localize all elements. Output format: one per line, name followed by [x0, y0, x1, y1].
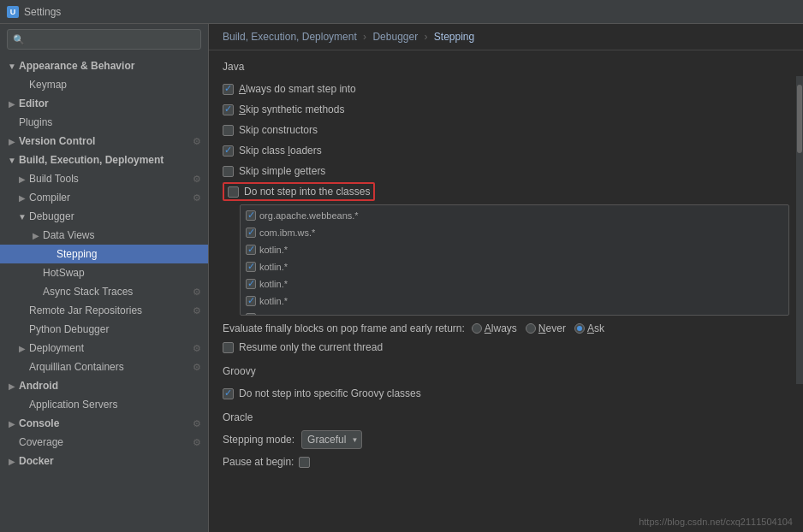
radio-ask[interactable]: Ask — [574, 322, 604, 334]
class-checkbox[interactable] — [246, 296, 256, 306]
sidebar-item-plugins[interactable]: Plugins — [0, 113, 208, 132]
class-checkbox[interactable] — [246, 262, 256, 272]
scrollbar-thumb[interactable] — [797, 85, 802, 153]
sidebar-item-build-execution[interactable]: ▼ Build, Execution, Deployment — [0, 151, 208, 169]
sidebar-tree: ▼ Appearance & Behavior Keymap ▶ Editor … — [0, 55, 208, 532]
sidebar-item-label: Arquillian Containers — [29, 361, 124, 373]
radio-always-input[interactable] — [472, 323, 482, 334]
class-loaders-label[interactable]: Skip class loaders — [239, 145, 322, 157]
sidebar-item-coverage[interactable]: Coverage ⚙ — [0, 433, 208, 452]
arrow-icon: ▶ — [17, 174, 27, 184]
list-item: kotlin.* — [241, 241, 788, 258]
sidebar-item-debugger[interactable]: ▼ Debugger — [0, 207, 208, 226]
class-checkbox[interactable] — [246, 228, 256, 238]
smart-step-row: Always do smart step into — [223, 80, 789, 98]
class-loaders-checkbox[interactable] — [223, 145, 234, 157]
sidebar-item-app-servers[interactable]: Application Servers — [0, 395, 208, 414]
synthetic-label[interactable]: Skip synthetic methods — [239, 103, 344, 115]
scrollbar-track[interactable] — [796, 76, 803, 384]
pause-label: Pause at begin: — [223, 456, 294, 468]
constructors-checkbox[interactable] — [223, 125, 234, 136]
class-checkbox[interactable] — [246, 279, 256, 289]
class-label[interactable]: org.apache.webbeans.* — [259, 210, 359, 221]
groovy-checkbox[interactable] — [223, 388, 234, 399]
smart-step-checkbox[interactable] — [223, 84, 234, 95]
sidebar-item-label: Compiler — [29, 192, 70, 204]
do-not-step-checkbox[interactable] — [228, 186, 239, 198]
constructors-label[interactable]: Skip constructors — [239, 124, 318, 136]
radio-always[interactable]: Always — [472, 322, 517, 334]
sidebar-item-python-debugger[interactable]: Python Debugger — [0, 320, 208, 339]
title-bar-text: Settings — [24, 6, 61, 18]
simple-getters-checkbox[interactable] — [223, 166, 234, 177]
radio-group: Always Never Ask — [472, 322, 604, 334]
breadcrumb-part3: Stepping — [434, 31, 474, 43]
sidebar-item-remote-jar[interactable]: Remote Jar Repositories ⚙ — [0, 301, 208, 320]
class-label[interactable]: kotlin.* — [259, 313, 288, 316]
evaluate-row: Evaluate finally blocks on pop frame and… — [223, 322, 789, 334]
class-label[interactable]: kotlin.* — [259, 279, 288, 289]
stepping-mode-label: Stepping mode: — [223, 434, 294, 446]
sidebar-item-arquillian[interactable]: Arquillian Containers ⚙ — [0, 358, 208, 376]
sidebar-item-label: Stepping — [57, 248, 97, 260]
breadcrumb: Build, Execution, Deployment › Debugger … — [209, 24, 803, 50]
sidebar-item-async-stack[interactable]: Async Stack Traces ⚙ — [0, 282, 208, 301]
config-icon: ⚙ — [193, 136, 201, 147]
search-input[interactable] — [28, 33, 195, 45]
class-checkbox[interactable] — [246, 313, 256, 316]
radio-never-input[interactable] — [526, 323, 536, 334]
do-not-step-label[interactable]: Do not step into the classes — [244, 186, 370, 198]
list-item: com.ibm.ws.* — [241, 224, 788, 241]
groovy-label[interactable]: Do not step into specific Groovy classes — [239, 387, 421, 399]
do-not-step-row: Do not step into the classes — [223, 182, 789, 201]
sidebar-item-docker[interactable]: ▶ Docker — [0, 452, 208, 470]
radio-ask-input[interactable] — [574, 323, 585, 334]
spacer — [7, 437, 17, 447]
breadcrumb-sep2: › — [425, 31, 428, 43]
sidebar-item-build-tools[interactable]: ▶ Build Tools ⚙ — [0, 169, 208, 188]
sidebar-item-hotswap[interactable]: HotSwap — [0, 263, 208, 282]
oracle-section-title: Oracle — [223, 411, 789, 423]
radio-always-label[interactable]: Always — [485, 322, 517, 334]
sidebar-item-deployment[interactable]: ▶ Deployment ⚙ — [0, 339, 208, 358]
sidebar-item-stepping[interactable]: Stepping — [0, 245, 208, 263]
sidebar-item-appearance[interactable]: ▼ Appearance & Behavior — [0, 56, 208, 75]
oracle-section: Oracle Stepping mode: Graceful Pause at … — [223, 411, 789, 471]
sidebar-item-label: Version Control — [19, 135, 95, 147]
stepping-dropdown[interactable]: Graceful — [301, 430, 362, 449]
radio-never-label[interactable]: Never — [538, 322, 566, 334]
java-section-title: Java — [223, 61, 789, 73]
sidebar-item-keymap[interactable]: Keymap — [0, 75, 208, 94]
sidebar-item-compiler[interactable]: ▶ Compiler ⚙ — [0, 188, 208, 207]
sidebar-item-label: Data Views — [43, 229, 94, 241]
radio-ask-label[interactable]: Ask — [587, 322, 604, 334]
smart-step-label[interactable]: Always do smart step into — [239, 83, 356, 95]
sidebar-item-label: Docker — [19, 455, 54, 467]
sidebar-item-label: Application Servers — [29, 399, 117, 411]
config-icon: ⚙ — [193, 343, 201, 354]
radio-never[interactable]: Never — [526, 322, 566, 334]
simple-getters-label[interactable]: Skip simple getters — [239, 165, 325, 177]
class-label[interactable]: kotlin.* — [259, 245, 288, 255]
sidebar-item-android[interactable]: ▶ Android — [0, 376, 208, 395]
class-label[interactable]: kotlin.* — [259, 262, 288, 272]
list-item: kotlin.* — [241, 293, 788, 310]
groovy-section-title: Groovy — [223, 365, 789, 377]
sidebar-item-editor[interactable]: ▶ Editor — [0, 94, 208, 113]
config-icon: ⚙ — [193, 437, 201, 448]
pause-checkbox[interactable] — [299, 457, 310, 468]
search-box[interactable]: 🔍 — [7, 29, 201, 50]
class-label[interactable]: com.ibm.ws.* — [259, 228, 315, 238]
sidebar-item-version-control[interactable]: ▶ Version Control ⚙ — [0, 132, 208, 151]
sidebar-item-console[interactable]: ▶ Console ⚙ — [0, 414, 208, 433]
stepping-mode-row: Stepping mode: Graceful — [223, 430, 789, 449]
sidebar-item-data-views[interactable]: ▶ Data Views — [0, 226, 208, 245]
resume-label[interactable]: Resume only the current thread — [239, 341, 383, 353]
synthetic-checkbox[interactable] — [223, 104, 234, 115]
class-checkbox[interactable] — [246, 245, 256, 255]
class-checkbox[interactable] — [246, 210, 256, 221]
resume-checkbox[interactable] — [223, 342, 234, 353]
class-label[interactable]: kotlin.* — [259, 296, 288, 306]
arrow-icon: ▶ — [7, 418, 17, 429]
breadcrumb-sep1: › — [363, 31, 366, 43]
